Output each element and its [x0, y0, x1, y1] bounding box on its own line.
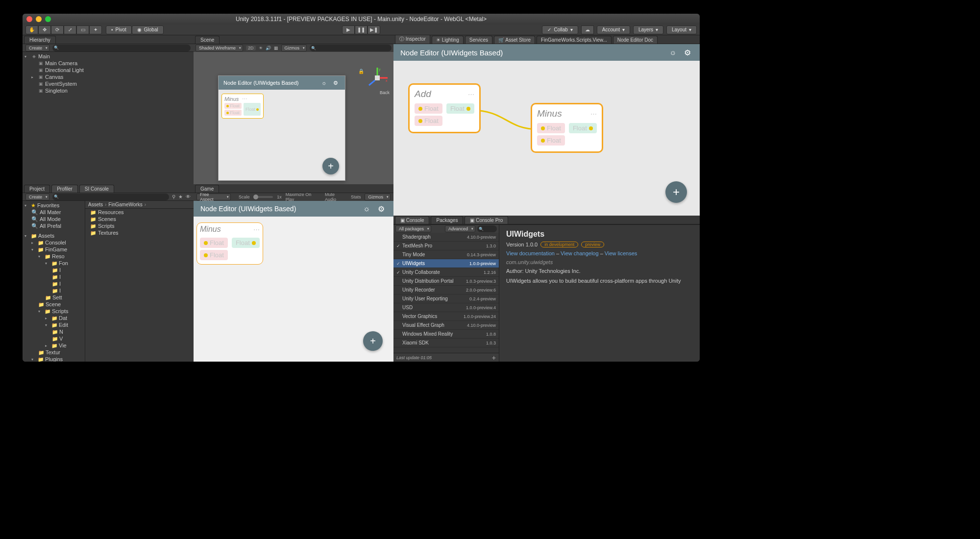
output-port[interactable]: Float: [446, 103, 474, 114]
collab-button[interactable]: ✓ Collab ▾: [542, 25, 578, 34]
input-port[interactable]: Float: [200, 250, 228, 260]
brightness-icon[interactable]: ☼: [667, 47, 678, 58]
output-port[interactable]: Float: [232, 238, 260, 248]
pkg-scope-dropdown[interactable]: All packages: [395, 225, 431, 232]
tree-item[interactable]: 🔍All Mode: [23, 216, 85, 222]
add-node-fab[interactable]: +: [665, 181, 687, 203]
tab-node-editor-doc[interactable]: Node Editor Doc: [613, 36, 658, 44]
node-minus[interactable]: Minus⋯ Float Float Float: [221, 94, 264, 119]
link-licenses[interactable]: View licenses: [605, 250, 637, 256]
folder-item[interactable]: 📁Scripts: [85, 222, 194, 229]
package-row[interactable]: Vector Graphics1.0.0-preview.24: [393, 312, 499, 321]
tree-item[interactable]: 📁Textur: [23, 349, 85, 356]
node-add[interactable]: Add⋯ Float Float Float: [408, 83, 481, 133]
brightness-icon[interactable]: ☼: [319, 78, 328, 87]
hierarchy-item[interactable]: ▣Main Camera: [23, 60, 194, 67]
lock-icon[interactable]: 🔒: [358, 69, 364, 74]
input-port[interactable]: Float: [224, 110, 242, 116]
fx-icon[interactable]: ▦: [274, 46, 278, 50]
gear-icon[interactable]: ⚙: [376, 203, 387, 214]
account-dropdown[interactable]: Account ▾: [597, 25, 630, 34]
output-port[interactable]: Float: [569, 123, 597, 133]
tree-assets[interactable]: ▾📁Assets: [23, 232, 85, 239]
scale-slider[interactable]: [253, 196, 273, 198]
package-row[interactable]: Tiny Mode0.14.3-preview: [393, 250, 499, 259]
max-on-play-toggle[interactable]: Maximize On Play: [286, 192, 321, 202]
pivot-toggle[interactable]: ▪ Pivot: [106, 25, 132, 34]
crumb[interactable]: FinGameWorks: [108, 202, 142, 207]
tab-profiler[interactable]: Profiler: [51, 185, 78, 193]
input-port[interactable]: Float: [537, 123, 565, 133]
tree-item[interactable]: ▸📁Dat: [23, 315, 85, 321]
game-aspect-dropdown[interactable]: Free Aspect: [196, 194, 231, 200]
gear-icon[interactable]: ⚙: [682, 47, 693, 58]
pkg-advanced-dropdown[interactable]: Advanced: [445, 225, 475, 232]
scene-2d-toggle[interactable]: 2D: [246, 46, 256, 50]
tab-lighting[interactable]: ☀ Lighting: [432, 36, 464, 44]
tab-scene[interactable]: Scene: [195, 36, 220, 44]
tree-item[interactable]: 📁V: [23, 335, 85, 342]
layers-dropdown[interactable]: Layers ▾: [633, 25, 663, 34]
tab-console[interactable]: ▣ Console: [395, 216, 429, 224]
crumb[interactable]: Assets: [88, 202, 103, 207]
tree-item[interactable]: ▾📁Edit: [23, 321, 85, 328]
tree-item[interactable]: 📁Sett: [23, 294, 85, 301]
package-row[interactable]: Xiaomi SDK1.0.3: [393, 339, 499, 347]
package-row[interactable]: Visual Effect Graph4.10.0-preview: [393, 321, 499, 330]
node-menu-icon[interactable]: ⋯: [467, 91, 474, 98]
step-button[interactable]: ▶❚: [368, 25, 380, 34]
orientation-gizmo[interactable]: y x: [366, 67, 389, 89]
add-package-button[interactable]: +: [492, 354, 496, 362]
layout-dropdown[interactable]: Layout ▾: [666, 25, 697, 34]
hierarchy-item[interactable]: ▣Directional Light: [23, 67, 194, 74]
add-node-fab[interactable]: +: [363, 331, 383, 351]
tab-game[interactable]: Game: [195, 185, 219, 193]
global-toggle[interactable]: ◉ Global: [132, 25, 164, 34]
node-menu-icon[interactable]: ⋯: [253, 226, 260, 233]
tree-item[interactable]: 📁I: [23, 273, 85, 280]
move-tool-icon[interactable]: ✥: [38, 25, 51, 34]
package-row[interactable]: Unity Distribution Portal1.0.3-preview.3: [393, 277, 499, 286]
scene-view[interactable]: 🔒 y x Back Node Editor (UIWidgets Based)…: [194, 52, 393, 184]
tree-item[interactable]: ▾📁Scripts: [23, 308, 85, 315]
link-changelog[interactable]: View changelog: [561, 250, 598, 256]
input-port[interactable]: Float: [415, 116, 442, 126]
play-button[interactable]: ▶: [342, 25, 355, 34]
tree-item[interactable]: ▾📁Plugins: [23, 356, 85, 362]
fav-filter-icon[interactable]: ★: [178, 194, 183, 199]
tree-item[interactable]: ▾📁Reso: [23, 253, 85, 260]
tree-item[interactable]: 📁Scene: [23, 301, 85, 308]
close-icon[interactable]: [26, 16, 32, 22]
tab-services[interactable]: Services: [465, 36, 492, 44]
brightness-icon[interactable]: ☼: [361, 203, 372, 214]
game-view[interactable]: Node Editor (UIWidgets Based) ☼ ⚙ Minus⋯…: [194, 201, 393, 362]
hierarchy-item[interactable]: ▣EventSystem: [23, 80, 194, 87]
gear-icon[interactable]: ⚙: [331, 78, 340, 87]
node-minus[interactable]: Minus⋯ Float Float Float: [531, 103, 603, 153]
scene-gizmos-dropdown[interactable]: Gizmos: [281, 45, 307, 51]
hierarchy-create-dropdown[interactable]: Create: [25, 45, 49, 51]
tab-console-pro[interactable]: ▣ Console Pro: [465, 216, 508, 224]
pkg-search[interactable]: [477, 225, 497, 232]
tree-favorites[interactable]: ▾★Favorites: [23, 202, 85, 209]
folder-item[interactable]: 📁Textures: [85, 229, 194, 236]
package-row[interactable]: ✓Unity Collaborate1.2.16: [393, 268, 499, 277]
tree-item[interactable]: 📁I: [23, 280, 85, 287]
eye-filter-icon[interactable]: 👁: [186, 194, 191, 199]
tree-item[interactable]: ▸📁Consolel: [23, 239, 85, 246]
package-row[interactable]: Windows Mixed Reality1.0.8: [393, 330, 499, 339]
scene-shading-dropdown[interactable]: Shaded Wireframe: [196, 45, 243, 51]
package-row[interactable]: Shadergraph4.10.0-preview: [393, 233, 499, 242]
folder-item[interactable]: 📁Resources: [85, 209, 194, 216]
add-node-fab[interactable]: +: [322, 158, 339, 174]
hierarchy-search[interactable]: [52, 45, 191, 51]
tree-item[interactable]: 📁I: [23, 267, 85, 273]
light-icon[interactable]: ☀: [259, 46, 263, 50]
package-row[interactable]: ✓UIWidgets1.0.0-preview: [393, 259, 499, 268]
game-gizmos-dropdown[interactable]: Gizmos: [365, 194, 391, 200]
tab-packages[interactable]: Packages: [431, 216, 463, 224]
project-search[interactable]: [52, 194, 169, 200]
link-docs[interactable]: View documentation: [506, 250, 555, 256]
tree-item[interactable]: 📁I: [23, 287, 85, 294]
input-port[interactable]: Float: [415, 103, 442, 114]
